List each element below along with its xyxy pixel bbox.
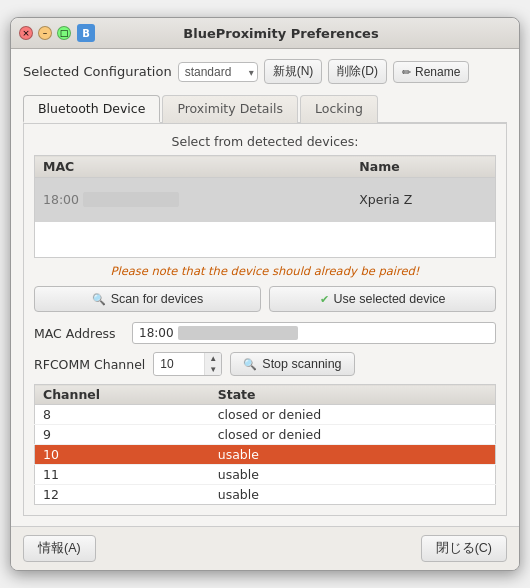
info-button[interactable]: 情報(A)	[23, 535, 96, 562]
channel-table-row[interactable]: 11usable	[35, 465, 496, 485]
mac-address-row: MAC Address 18:00	[34, 322, 496, 344]
detect-label: Select from detected devices:	[34, 134, 496, 149]
action-buttons-row: Scan for devices Use selected device	[34, 286, 496, 312]
channel-table-row[interactable]: 12usable	[35, 485, 496, 505]
tab-bluetooth[interactable]: Bluetooth Device	[23, 95, 160, 123]
rfcomm-spinner: ▲ ▼	[153, 352, 222, 376]
minimize-window-button[interactable]: –	[38, 26, 52, 40]
channel-table: Channel State 8closed or denied9closed o…	[34, 384, 496, 505]
rfcomm-channel-row: RFCOMM Channel ▲ ▼ Stop scanning	[34, 352, 496, 376]
tab-proximity[interactable]: Proximity Details	[162, 95, 298, 123]
channel-cell: 11	[35, 465, 210, 485]
mac-blur-2	[178, 326, 298, 340]
state-cell: usable	[210, 485, 496, 505]
channel-table-row[interactable]: 10usable	[35, 445, 496, 465]
stop-scan-icon	[243, 357, 257, 371]
state-cell: closed or denied	[210, 425, 496, 445]
close-button[interactable]: 閉じる(C)	[421, 535, 507, 562]
config-select-wrapper: standard	[178, 62, 258, 82]
table-row-empty-2	[35, 240, 496, 258]
delete-config-button[interactable]: 削除(D)	[328, 59, 387, 84]
device-mac: 18:00 ██████████	[35, 178, 352, 222]
table-row[interactable]: 18:00 ██████████ Xperia Z	[35, 178, 496, 222]
main-window: × – □ B BlueProximity Preferences Select…	[10, 17, 520, 571]
device-table-mac-header: MAC	[35, 156, 352, 178]
device-table: MAC Name 18:00 ██████████ Xperia Z	[34, 155, 496, 258]
state-cell: usable	[210, 465, 496, 485]
state-header: State	[210, 385, 496, 405]
channel-table-row[interactable]: 9closed or denied	[35, 425, 496, 445]
state-cell: closed or denied	[210, 405, 496, 425]
titlebar: × – □ B BlueProximity Preferences	[11, 18, 519, 49]
tab-bluetooth-content: Select from detected devices: MAC Name 1…	[23, 124, 507, 516]
window-title: BlueProximity Preferences	[101, 26, 461, 41]
stop-scanning-button[interactable]: Stop scanning	[230, 352, 354, 376]
mac-blur-1: ██████████	[83, 192, 179, 207]
device-name: Xperia Z	[351, 178, 495, 222]
paired-note: Please note that the device should alrea…	[34, 264, 496, 278]
channel-header: Channel	[35, 385, 210, 405]
channel-cell: 12	[35, 485, 210, 505]
spinner-up-button[interactable]: ▲	[205, 353, 221, 364]
channel-table-row[interactable]: 8closed or denied	[35, 405, 496, 425]
bottom-bar: 情報(A) 閉じる(C)	[11, 526, 519, 570]
config-label: Selected Configuration	[23, 64, 172, 79]
channel-cell: 8	[35, 405, 210, 425]
rename-icon	[402, 65, 411, 79]
rfcomm-input[interactable]	[154, 354, 204, 374]
spinner-down-button[interactable]: ▼	[205, 364, 221, 375]
tab-locking[interactable]: Locking	[300, 95, 378, 123]
tab-bar: Bluetooth Device Proximity Details Locki…	[23, 94, 507, 124]
state-cell: usable	[210, 445, 496, 465]
rfcomm-label: RFCOMM Channel	[34, 357, 145, 372]
channel-cell: 9	[35, 425, 210, 445]
use-selected-device-button[interactable]: Use selected device	[269, 286, 496, 312]
table-row-empty-1	[35, 222, 496, 240]
app-icon: B	[77, 24, 95, 42]
config-row: Selected Configuration standard 新規(N) 削除…	[23, 59, 507, 84]
maximize-window-button[interactable]: □	[57, 26, 71, 40]
channel-cell: 10	[35, 445, 210, 465]
search-icon	[92, 292, 106, 306]
new-config-button[interactable]: 新規(N)	[264, 59, 323, 84]
mac-address-label: MAC Address	[34, 326, 124, 341]
close-window-button[interactable]: ×	[19, 26, 33, 40]
window-controls: × – □	[19, 26, 71, 40]
config-select[interactable]: standard	[178, 62, 258, 82]
device-table-name-header: Name	[351, 156, 495, 178]
mac-address-input[interactable]: 18:00	[132, 322, 496, 344]
content-area: Selected Configuration standard 新規(N) 削除…	[11, 49, 519, 526]
scan-devices-button[interactable]: Scan for devices	[34, 286, 261, 312]
check-icon	[320, 292, 329, 306]
spinner-buttons: ▲ ▼	[204, 353, 221, 375]
rename-config-button[interactable]: Rename	[393, 61, 469, 83]
